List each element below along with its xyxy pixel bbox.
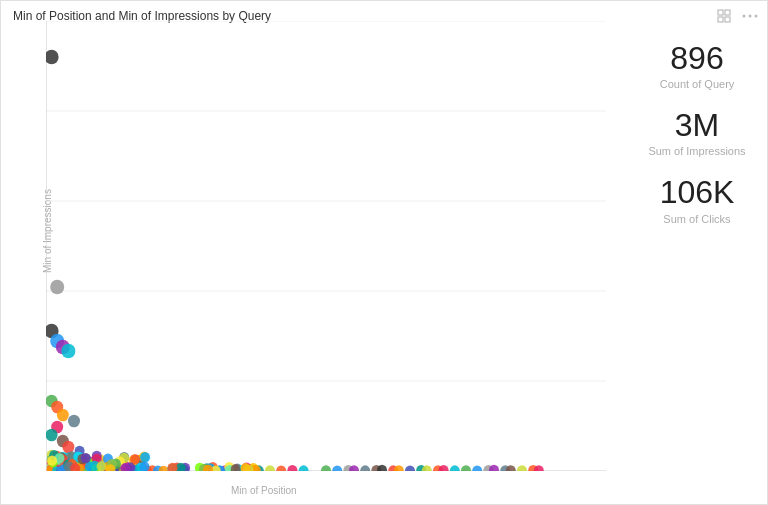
svg-point-33 <box>57 409 69 422</box>
stats-panel: 896 Count of Query 3M Sum of Impressions… <box>637 21 757 225</box>
svg-point-125 <box>360 465 370 471</box>
stat-impressions: 3M Sum of Impressions <box>648 108 745 157</box>
svg-point-119 <box>287 465 297 471</box>
stat-count-label: Count of Query <box>660 78 735 90</box>
scatter-plot: 0K 50K 100K 150K 200K 0 20 40 60 80 100 <box>46 21 629 471</box>
svg-point-118 <box>276 465 286 471</box>
svg-point-142 <box>517 465 527 471</box>
svg-rect-0 <box>718 10 723 15</box>
svg-point-135 <box>450 465 460 471</box>
svg-rect-1 <box>725 10 730 15</box>
svg-point-120 <box>299 465 309 471</box>
svg-point-224 <box>81 453 91 463</box>
svg-point-25 <box>46 50 59 65</box>
svg-point-183 <box>140 452 150 462</box>
svg-point-217 <box>47 455 57 465</box>
svg-point-137 <box>472 465 482 471</box>
svg-point-34 <box>68 415 80 428</box>
stat-impressions-label: Sum of Impressions <box>648 145 745 157</box>
svg-point-4 <box>743 15 746 18</box>
svg-point-121 <box>321 465 331 471</box>
svg-point-130 <box>405 465 415 471</box>
svg-point-26 <box>50 280 64 295</box>
svg-point-122 <box>332 465 342 471</box>
stat-impressions-value: 3M <box>648 108 745 143</box>
stat-clicks-value: 106K <box>660 175 735 210</box>
stat-clicks: 106K Sum of Clicks <box>660 175 735 224</box>
svg-point-5 <box>749 15 752 18</box>
svg-point-30 <box>61 344 75 359</box>
svg-point-36 <box>46 429 58 442</box>
svg-point-136 <box>461 465 471 471</box>
stat-count-value: 896 <box>660 41 735 76</box>
chart-container: Min of Position and Min of Impressions b… <box>0 0 768 505</box>
svg-point-6 <box>755 15 758 18</box>
x-axis-label: Min of Position <box>231 485 297 496</box>
stat-count-query: 896 Count of Query <box>660 41 735 90</box>
svg-point-117 <box>265 465 275 471</box>
stat-clicks-label: Sum of Clicks <box>660 213 735 225</box>
